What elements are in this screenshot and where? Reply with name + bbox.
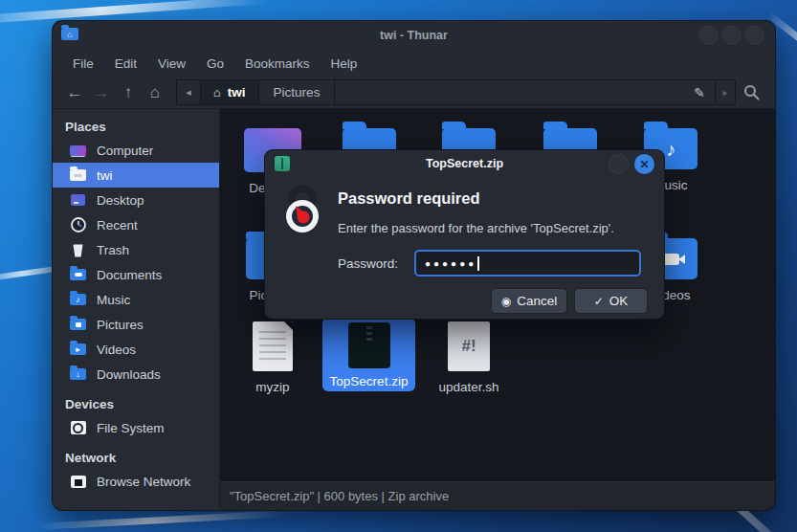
- sidebar-item-recent[interactable]: Recent: [53, 212, 219, 237]
- breadcrumb-label: Pictures: [274, 85, 321, 100]
- password-dialog: TopSecret.zip ✕ Password required Enter …: [265, 150, 664, 319]
- home-folder-icon: [69, 167, 87, 183]
- password-label: Password:: [338, 256, 398, 271]
- menu-bookmarks[interactable]: Bookmarks: [234, 53, 321, 75]
- dialog-close-button[interactable]: ✕: [634, 154, 654, 174]
- dialog-title: TopSecret.zip: [426, 157, 503, 170]
- sidebar-item-file-system[interactable]: File System: [53, 415, 219, 440]
- sidebar-item-twi[interactable]: twi: [53, 163, 219, 188]
- menu-view[interactable]: View: [147, 53, 196, 75]
- sidebar-item-music[interactable]: ♪ Music: [53, 287, 219, 312]
- folder-music-icon: ♪: [69, 292, 87, 307]
- up-icon[interactable]: ↑: [115, 80, 142, 105]
- folder-downloads-icon: ↓: [69, 366, 87, 382]
- ok-button[interactable]: ✓ OK: [574, 288, 648, 314]
- window-title: twi - Thunar: [53, 29, 775, 42]
- sidebar-header-places: Places: [53, 115, 219, 138]
- breadcrumb-segment-twi[interactable]: ⌂ twi: [201, 80, 259, 104]
- menu-go[interactable]: Go: [196, 53, 234, 75]
- toolbar: ← → ↑ ⌂ ◂ ⌂ twi Pictures ✎ ▸: [53, 77, 775, 109]
- drive-icon: [69, 420, 87, 435]
- breadcrumb-label: twi: [228, 85, 246, 100]
- folder-videos-icon: ▸: [69, 342, 87, 357]
- breadcrumb: ◂ ⌂ twi Pictures ✎: [176, 79, 716, 105]
- dialog-message: Enter the password for the archive 'TopS…: [338, 221, 614, 235]
- archive-green-icon: [275, 156, 290, 171]
- file-updater-sh[interactable]: #! updater.sh: [419, 321, 519, 394]
- shell-script-icon: #!: [448, 321, 490, 371]
- titlebar[interactable]: ⌂ twi - Thunar: [53, 21, 775, 50]
- computer-icon: [69, 143, 87, 158]
- dialog-titlebar[interactable]: TopSecret.zip ✕: [265, 150, 664, 177]
- thunar-app-icon: ⌂: [61, 28, 78, 40]
- dialog-minimize-button[interactable]: [609, 154, 629, 174]
- sidebar-item-computer[interactable]: Computer: [53, 138, 219, 163]
- sidebar-item-trash[interactable]: Trash: [53, 237, 219, 262]
- sidebar-header-devices: Devices: [53, 392, 219, 415]
- edit-path-icon[interactable]: ✎: [684, 80, 715, 104]
- zip-archive-icon: [348, 322, 390, 368]
- search-icon[interactable]: [736, 79, 766, 105]
- statusbar-text: "TopSecret.zip" | 600 bytes | Zip archiv…: [230, 489, 449, 503]
- text-caret: [477, 256, 479, 271]
- path-spacer: [335, 80, 684, 104]
- cancel-icon: ◉: [501, 295, 511, 308]
- back-icon[interactable]: ←: [61, 80, 88, 105]
- sidebar-item-downloads[interactable]: ↓ Downloads: [53, 362, 219, 387]
- window-controls: [699, 26, 764, 45]
- home-icon[interactable]: ⌂: [142, 80, 168, 105]
- sidebar-item-pictures[interactable]: Pictures: [53, 312, 219, 337]
- minimize-button[interactable]: [699, 26, 719, 45]
- menubar: File Edit View Go Bookmarks Help: [53, 50, 775, 77]
- folder-documents-icon: [69, 267, 87, 282]
- sidebar: Places Computer twi Desktop R: [53, 109, 220, 510]
- file-myzip[interactable]: myzip: [223, 321, 322, 394]
- file-topsecret-zip[interactable]: TopSecret.zip: [322, 318, 415, 391]
- recent-clock-icon: [69, 217, 87, 233]
- sidebar-header-network: Network: [53, 446, 219, 469]
- dialog-heading: Password required: [338, 189, 480, 208]
- sidebar-item-desktop[interactable]: Desktop: [53, 188, 219, 212]
- check-icon: ✓: [594, 295, 604, 308]
- dropdown-arrow-icon[interactable]: ▸: [716, 79, 736, 105]
- sidebar-item-documents[interactable]: Documents: [53, 262, 219, 287]
- menu-edit[interactable]: Edit: [104, 53, 147, 75]
- maximize-button[interactable]: [722, 26, 742, 45]
- breadcrumb-segment-pictures[interactable]: Pictures: [259, 80, 336, 104]
- cancel-button[interactable]: ◉ Cancel: [491, 288, 567, 314]
- desktop-icon: [69, 192, 87, 208]
- sidebar-item-videos[interactable]: ▸ Videos: [53, 337, 219, 362]
- folder-pictures-icon: [69, 317, 87, 332]
- home-icon: ⌂: [213, 85, 221, 100]
- forward-icon[interactable]: →: [88, 80, 115, 105]
- menu-help[interactable]: Help: [321, 53, 368, 75]
- statusbar: "TopSecret.zip" | 600 bytes | Zip archiv…: [220, 481, 775, 510]
- password-input[interactable]: ●●●●●●: [414, 250, 641, 277]
- close-icon: ✕: [639, 158, 649, 171]
- sidebar-item-browse-network[interactable]: Browse Network: [53, 469, 219, 494]
- password-masked-value: ●●●●●●: [425, 258, 476, 269]
- lock-icon: [279, 185, 325, 240]
- menu-file[interactable]: File: [62, 53, 104, 75]
- trash-icon: [69, 242, 87, 257]
- network-icon: [69, 474, 87, 489]
- close-button[interactable]: [745, 26, 764, 45]
- desktop-wallpaper: ⌂ twi - Thunar File Edit View Go Bookmar…: [0, 0, 797, 532]
- breadcrumb-chevron-icon[interactable]: ◂: [177, 80, 201, 104]
- wallpaper-streak: [38, 510, 287, 530]
- text-file-icon: [253, 321, 293, 371]
